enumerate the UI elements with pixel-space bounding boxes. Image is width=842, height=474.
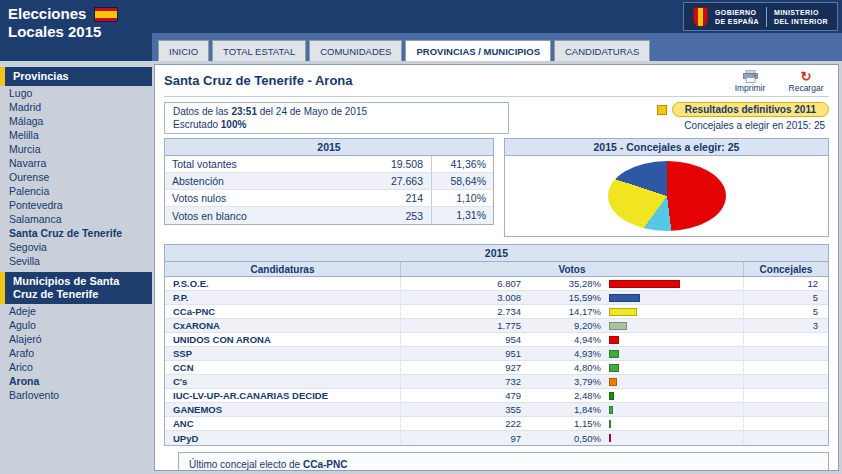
tab-comunidades[interactable]: COMUNIDADES [309,40,402,61]
gov-logo: GOBIERNO DE ESPAÑA MINISTERIO DEL INTERI… [683,2,838,31]
right-info: Resultados definitivos 2011 Concejales a… [657,102,829,131]
sidebar-item-madrid[interactable]: Madrid [0,100,152,114]
sidebar-item-pontevedra[interactable]: Pontevedra [0,198,152,212]
votes-value: 732 [401,376,521,387]
pct-value: 0,50% [521,433,601,444]
sidebar-item-ourense[interactable]: Ourense [0,170,152,184]
seats-value: 5 [743,305,828,318]
tab-total-estatal[interactable]: TOTAL ESTATAL [212,40,306,61]
provincias-header: Provincias [0,67,152,86]
gov-separator [766,7,767,27]
sidebar-item-salamanca[interactable]: Salamanca [0,212,152,226]
site-logo[interactable]: Elecciones Locales 2015 [0,0,152,61]
sidebar-item-agulo[interactable]: Agulo [0,318,152,332]
pct-value: 1,15% [521,418,601,429]
sidebar-item-arona[interactable]: Arona [0,374,152,388]
sidebar-item-barlovento[interactable]: Barlovento [0,388,152,402]
summary-pct: 1,31% [431,207,493,224]
table-row: ANC2221,15% [165,417,828,431]
gov-text-gobierno: GOBIERNO DE ESPAÑA [715,8,759,26]
party-name: C's [165,376,400,387]
datos-line: Datos de las 23:51 del 24 de Mayo de 201… [173,105,500,118]
sidebar-item-malaga[interactable]: Málaga [0,114,152,128]
seats-value [743,361,828,374]
pct-value: 1,84% [521,404,601,415]
imprimir-button[interactable]: Imprimir [727,70,773,93]
sidebar-item-arico[interactable]: Arico [0,360,152,374]
tab-candidaturas[interactable]: CANDIDATURAS [554,40,650,61]
reload-icon: ↻ [801,70,812,83]
vote-bar-cell [601,280,743,288]
votes-group: 970,50% [400,431,743,445]
summary-pct: 58,64% [431,173,493,189]
summary-value: 19.508 [348,158,423,170]
party-name: CCa-PNC [165,306,400,317]
vote-bar-cell [601,364,743,372]
recargar-label: Recargar [789,83,824,93]
tab-provincias-municipios[interactable]: PROVINCIAS / MUNICIPIOS [405,40,551,61]
vote-bar [609,420,611,428]
votes-group: 3.00815,59% [400,291,743,304]
votes-group: 2.73414,17% [400,305,743,318]
sidebar-item-santa-cruz-de-tenerife[interactable]: Santa Cruz de Tenerife [0,226,152,240]
table-row: IUC-LV-UP-AR.CANARIAS DECIDE4792,48% [165,389,828,403]
page: GOBIERNO DE ESPAÑA MINISTERIO DEL INTERI… [0,0,842,474]
col-candidaturas: Candidaturas [165,264,400,275]
party-name: P.S.O.E. [165,278,400,289]
sidebar-item-melilla[interactable]: Melilla [0,128,152,142]
seats-value [743,347,828,360]
vote-bar [609,364,619,372]
party-name: UPyD [165,433,400,444]
sidebar-item-segovia[interactable]: Segovia [0,240,152,254]
seats-value [743,431,828,445]
summary-value: 27.663 [348,175,423,187]
seats-value [743,417,828,430]
tab-inicio[interactable]: INICIO [158,40,209,61]
col-votos: Votos [400,262,743,276]
table-row: SSP9514,93% [165,347,828,361]
vote-bar-cell [601,392,743,400]
spain-flag-icon [94,7,118,22]
seats-value [743,375,828,388]
summary-label: Abstención [165,175,348,187]
printer-icon [743,70,758,83]
summary-label: Votos nulos [165,192,348,204]
sidebar-item-adeje[interactable]: Adeje [0,304,152,318]
datos-time: 23:51 [231,106,257,117]
sidebar-item-alajero[interactable]: Alajeró [0,332,152,346]
votes-value: 951 [401,348,521,359]
votes-value: 1.775 [401,320,521,331]
summary-rows: Total votantes19.50841,36%Abstención27.6… [165,156,493,224]
recargar-button[interactable]: ↻ Recargar [783,70,829,93]
page-title: Santa Cruz de Tenerife - Arona [164,70,353,88]
escrutado-line: Escrutado 100% [173,118,500,131]
vote-bar-cell [601,406,743,414]
vote-bar [609,392,614,400]
pct-value: 9,20% [521,320,601,331]
votes-value: 355 [401,404,521,415]
table-row: CCa-PNC2.73414,17%5 [165,305,828,319]
sidebar-item-palencia[interactable]: Palencia [0,184,152,198]
votes-group: 9514,93% [400,347,743,360]
pie-panel: 2015 - Concejales a elegir: 25 [504,138,829,237]
sidebar-item-sevilla[interactable]: Sevilla [0,254,152,268]
gov-line: MINISTERIO [774,8,828,17]
sidebar-item-arafo[interactable]: Arafo [0,346,152,360]
table-row: GANEMOS3551,84% [165,403,828,417]
party-name: SSP [165,348,400,359]
escrutado-value: 100% [221,119,247,130]
provincias-list: LugoMadridMálagaMelillaMurciaNavarraOure… [0,86,152,268]
gov-line: GOBIERNO [715,8,759,17]
sidebar-item-lugo[interactable]: Lugo [0,86,152,100]
table-row: C's7323,79% [165,375,828,389]
sidebar-item-murcia[interactable]: Murcia [0,142,152,156]
vote-bar-cell [601,336,743,344]
summary-row: Total votantes19.50841,36% [165,156,493,173]
col-concejales: Concejales [743,262,828,276]
resultados-2011-button[interactable]: Resultados definitivos 2011 [672,102,829,117]
info-row: Datos de las 23:51 del 24 de Mayo de 201… [164,102,829,136]
vote-bar-cell [601,294,743,302]
party-name: ANC [165,418,400,429]
footer-line1-party: CCa-PNC [303,459,347,470]
sidebar-item-navarra[interactable]: Navarra [0,156,152,170]
